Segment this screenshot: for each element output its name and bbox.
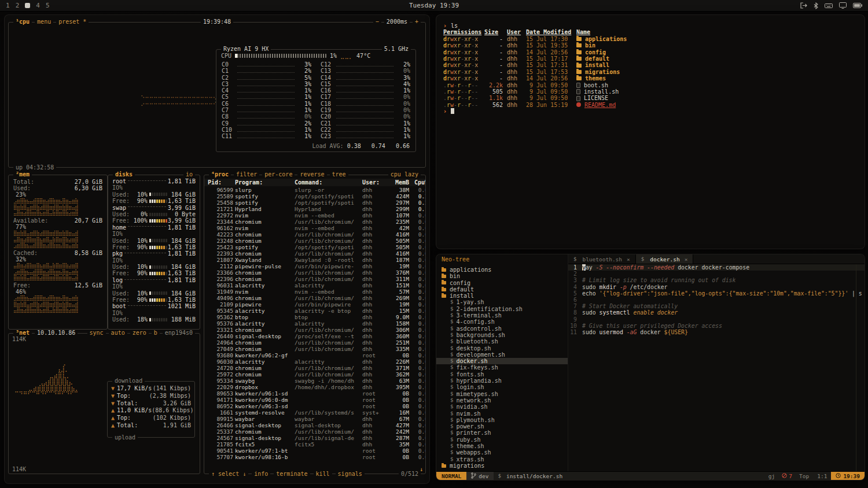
tree-item-install[interactable]: install <box>436 293 568 299</box>
tree-item-printer.sh[interactable]: $printer.sh <box>436 430 568 436</box>
tree-item-backgrounds.sh[interactable]: $backgrounds.sh <box>436 332 568 338</box>
process-row[interactable]: 27049chromium/usr/lib/chromium/dhh335M0.… <box>204 346 425 352</box>
terminal-window[interactable]: › ls PermissionsSizeUserDate ModifiedNam… <box>436 15 865 249</box>
tree-item-bin[interactable]: bin <box>436 273 568 279</box>
process-row[interactable]: 24964chromium/usr/lib/chromium/dhh251M0.… <box>204 339 425 346</box>
tree-item-applications[interactable]: applications <box>436 267 568 273</box>
close-tab-icon[interactable]: × <box>627 256 630 263</box>
process-row[interactable]: 22396chromium/usr/lib/chromium/dhh311M0.… <box>204 276 425 282</box>
process-row[interactable]: 1661systemd-resolve/usr/lib/systemd/ssys… <box>204 409 425 416</box>
process-row[interactable]: 95362btopbtopdhh9.0M0.0 <box>204 314 425 320</box>
net-sync-button[interactable]: sync <box>87 330 106 337</box>
proc-per-core-button[interactable]: per-core <box>262 171 295 178</box>
close-tab-icon[interactable]: × <box>685 256 688 263</box>
neotree-panel[interactable]: Neo-tree applicationsbinconfigdefaultins… <box>436 254 568 471</box>
process-row[interactable]: 96599slurpslurp -ordhh38M0.0 <box>204 187 425 193</box>
process-row[interactable]: 2109pipewire/usr/bin/pipewiredhh19M0.0 <box>204 301 425 308</box>
process-row[interactable]: 90541kworker/u97:1-btroot0B0.0 <box>204 448 425 454</box>
tree-item-ruby.sh[interactable]: $ruby.sh <box>436 437 568 443</box>
tree-item-2-identification.sh[interactable]: $2-identification.sh <box>436 306 568 312</box>
workspace-switcher[interactable]: 1245 <box>6 2 50 9</box>
proc-footer-select-button[interactable]: ↑ select ↓ <box>209 471 248 478</box>
net-auto-button[interactable]: auto <box>109 330 127 337</box>
process-row[interactable]: 57707kworker/u98:16-broot0B0.0 <box>204 454 425 460</box>
tree-item-config[interactable]: config <box>436 280 568 286</box>
tree-item-nvim.sh[interactable]: $nvim.sh <box>436 411 568 417</box>
proc-footer-info-button[interactable]: info <box>252 471 270 478</box>
tab-bluetooth.sh[interactable]: $bluetooth.sh× <box>568 254 636 264</box>
net-zero-button[interactable]: zero <box>130 330 149 337</box>
process-row[interactable]: 26440signal-desktop/proc/self/exe --tdhh… <box>204 333 425 339</box>
tree-item-docker.sh[interactable]: $docker.sh <box>436 358 568 364</box>
workspace-4[interactable]: 4 <box>36 2 40 9</box>
tree-item-3-terminal.sh[interactable]: $3-terminal.sh <box>436 312 568 319</box>
process-row[interactable]: 25589spotify/opt/spotify/spotidhh424M0.2 <box>204 193 425 199</box>
process-row[interactable]: 95334swaybgswaybg -i /home/dhdhh63M0.0 <box>204 378 425 384</box>
tree-item-xtras.sh[interactable]: $xtras.sh <box>436 456 568 463</box>
tree-item-4-config.sh[interactable]: $4-config.sh <box>436 319 568 325</box>
process-row[interactable]: 22972nvimnvim --embeddhh107M0.0 <box>204 212 425 219</box>
bluetooth-icon[interactable] <box>814 2 818 9</box>
workspace-5[interactable]: 5 <box>46 2 50 9</box>
process-row[interactable]: 21785fcitx5fcitx5dhh35M0.0 <box>204 441 425 448</box>
tree-item-asdcontrol.sh[interactable]: $asdcontrol.sh <box>436 326 568 332</box>
process-row[interactable]: 93680kworker/u96:2-gfroot0B0.0 <box>204 352 425 358</box>
process-row[interactable]: 94171kworker/u96:0-dmroot0B0.0 <box>204 397 425 403</box>
tree-item-development.sh[interactable]: $development.sh <box>436 352 568 358</box>
proc-footer-terminate-button[interactable]: terminate <box>274 471 310 478</box>
tree-item-theme.sh[interactable]: $theme.sh <box>436 443 568 449</box>
tree-item-mimetypes.sh[interactable]: $mimetypes.sh <box>436 391 568 397</box>
workspace-3[interactable] <box>25 3 30 8</box>
tree-item-network.sh[interactable]: $network.sh <box>436 397 568 404</box>
process-row[interactable]: 96031alacrittyalacrittydhh151M0.0 <box>204 282 425 289</box>
tree-item-desktop.sh[interactable]: $desktop.sh <box>436 345 568 352</box>
tree-item-fonts.sh[interactable]: $fonts.sh <box>436 371 568 378</box>
process-row[interactable]: 26466signal-desktopsignal-desktopdhh427M… <box>204 422 425 428</box>
process-row[interactable]: 95376alacrittyalacrittydhh158M0.0 <box>204 320 425 327</box>
process-row[interactable]: 23321chromium/usr/lib/chromium/dhh306M0.… <box>204 327 425 333</box>
tree-item-fix-fkeys.sh[interactable]: $fix-fkeys.sh <box>436 364 568 371</box>
menu-button[interactable]: menu <box>35 19 53 25</box>
process-row[interactable]: 25458spotify/opt/spotify/spotidhh297M0.2 <box>204 199 425 206</box>
process-row[interactable]: 89653kworker/u96:1-sdroot0B0.0 <box>204 390 425 397</box>
tree-item-plymouth.sh[interactable]: $plymouth.sh <box>436 417 568 423</box>
editor[interactable]: 1yay -S --noconfirm --needed docker dock… <box>568 264 865 471</box>
display-icon[interactable] <box>839 2 847 9</box>
sort-mode-button[interactable]: cpu lazy <box>388 171 421 178</box>
process-row[interactable]: 96030alacrittyalacrittydhh226M0.0 <box>204 358 425 365</box>
tree-item-bluetooth.sh[interactable]: $bluetooth.sh <box>436 338 568 345</box>
tree-item-hyprlandia.sh[interactable]: $hyprlandia.sh <box>436 378 568 384</box>
process-row[interactable]: 22393chromium/usr/lib/chromium/dhh416M0.… <box>204 250 425 257</box>
tree-item-nvidia.sh[interactable]: $nvidia.sh <box>436 404 568 410</box>
neovim-window[interactable]: Neo-tree applicationsbinconfigdefaultins… <box>436 254 865 480</box>
process-row[interactable]: 42223chromium/usr/lib/chromium/dhh416M0.… <box>204 231 425 238</box>
interval-increase-button[interactable]: + <box>413 19 421 25</box>
process-row[interactable]: 23366chromium/usr/lib/chromium/dhh376M0.… <box>204 269 425 276</box>
process-row[interactable]: 21807XwaylandXwayland :0 -rootldhh187M0.… <box>204 257 425 263</box>
process-row[interactable]: 24720chromium/usr/lib/chromium/dhh371M0.… <box>204 365 425 371</box>
process-row[interactable]: 24567signal-desktop/usr/lib/signal-dedhh… <box>204 435 425 441</box>
process-row[interactable]: 22029dropbox/home/dhh/.dropboxdhh395M0.0 <box>204 384 425 390</box>
tree-item-login.sh[interactable]: $login.sh <box>436 384 568 390</box>
proc-footer-kill-button[interactable]: kill <box>314 471 332 478</box>
interval-decrease-button[interactable]: − <box>373 19 381 25</box>
logout-icon[interactable] <box>800 2 807 9</box>
process-row[interactable]: 25337chromium/usr/lib/chromium/dhh242M0.… <box>204 428 425 435</box>
process-row[interactable]: 25972chromium/usr/lib/chromium/dhh362M0.… <box>204 371 425 378</box>
tree-item-webapps.sh[interactable]: $webapps.sh <box>436 449 568 456</box>
process-row[interactable]: 49496chromium/usr/lib/chromium/dhh269M0.… <box>204 295 425 301</box>
proc-filter-button[interactable]: filter <box>234 171 259 178</box>
proc-reverse-button[interactable]: reverse <box>297 171 326 178</box>
process-row[interactable]: 89915waybarwaybardhh67M0.0 <box>204 416 425 422</box>
battery-icon[interactable] <box>853 3 862 8</box>
process-row[interactable]: 2112pipewire-pulse/usr/bin/pipewire-dhh1… <box>204 263 425 269</box>
net-b-button[interactable]: b <box>152 330 160 337</box>
keyboard-icon[interactable] <box>825 3 833 9</box>
preset-button[interactable]: preset * <box>56 19 89 25</box>
tab-docker.sh[interactable]: $docker.sh× <box>636 254 694 264</box>
workspace-1[interactable]: 1 <box>6 2 10 9</box>
process-row[interactable]: 86952kworker/u96:3-sdroot0B0.0 <box>204 403 425 409</box>
process-row[interactable]: 31949nvimnvim --embeddhh57M0.0 <box>204 289 425 295</box>
workspace-2[interactable]: 2 <box>16 2 20 9</box>
tree-item-power.sh[interactable]: $power.sh <box>436 423 568 430</box>
